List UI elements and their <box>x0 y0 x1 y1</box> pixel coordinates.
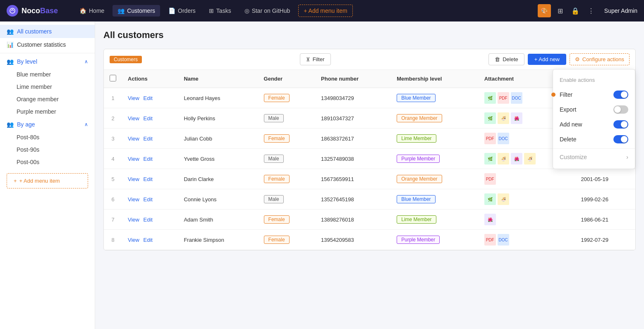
select-all-checkbox[interactable] <box>110 75 116 81</box>
config-customize-chevron: › <box>626 154 628 160</box>
lime-member-label: Lime member <box>17 83 52 90</box>
col-actions: Actions <box>122 70 178 88</box>
view-link[interactable]: View <box>128 95 139 101</box>
row-phone: 13954209583 <box>315 230 391 250</box>
nav-add-menu[interactable]: + Add menu item <box>298 5 352 17</box>
edit-link[interactable]: Edit <box>144 156 153 162</box>
row-actions: View Edit <box>122 210 178 230</box>
edit-link[interactable]: Edit <box>144 237 153 243</box>
view-link[interactable]: View <box>128 115 139 122</box>
config-panel-title: Enable actions <box>553 74 635 87</box>
lock-icon[interactable]: 🔒 <box>570 5 581 17</box>
row-name: Holly Perkins <box>178 108 258 129</box>
sidebar-item-all-customers[interactable]: 👥 All customers <box>0 25 95 38</box>
add-menu-plus-icon: + <box>14 178 17 184</box>
add-new-button[interactable]: + Add new <box>528 54 566 65</box>
nav-right-actions: 🎨 ⊞ 🔒 ⋮ Super Admin <box>538 4 637 17</box>
delete-toggle[interactable] <box>613 135 628 143</box>
sidebar-item-customer-statistics[interactable]: 📊 Customer statistics <box>0 38 95 51</box>
row-membership: Purple Member <box>391 230 478 250</box>
row-membership: Orange Member <box>391 108 478 129</box>
sidebar-section-by-age[interactable]: 👥 By age ∧ <box>0 118 95 131</box>
nav-customers-label: Customers <box>127 7 155 14</box>
row-number: 3 <box>104 129 122 149</box>
edit-link[interactable]: Edit <box>144 136 153 142</box>
row-gender: Female <box>258 210 316 230</box>
view-link[interactable]: View <box>128 237 139 243</box>
edit-link[interactable]: Edit <box>144 95 153 101</box>
row-actions: View Edit <box>122 169 178 189</box>
row-name: Frankie Simpson <box>178 230 258 250</box>
sidebar-by-age-label: By age <box>17 121 35 128</box>
configure-label: Configure actions <box>582 56 624 62</box>
orders-icon: 📄 <box>168 7 175 14</box>
grid-icon[interactable]: ⊞ <box>556 5 565 17</box>
row-name: Connie Lyons <box>178 189 258 210</box>
view-link[interactable]: View <box>128 196 139 203</box>
nav-home[interactable]: 🏠 Home <box>74 5 109 17</box>
edit-link[interactable]: Edit <box>144 196 153 203</box>
delete-button[interactable]: 🗑 Delete <box>488 53 524 65</box>
row-number: 7 <box>104 210 122 230</box>
sidebar-add-menu[interactable]: + + Add menu item <box>7 173 88 188</box>
row-number: 6 <box>104 189 122 210</box>
row-attachment: PDFDOC <box>479 230 575 250</box>
nav-orders[interactable]: 📄 Orders <box>163 5 201 17</box>
nav-tasks-label: Tasks <box>216 7 231 14</box>
row-membership: Lime Member <box>391 129 478 149</box>
addnew-toggle[interactable] <box>613 120 628 129</box>
nav-customers[interactable]: 👥 Customers <box>113 5 160 17</box>
row-attachment: 🌿🍜 <box>479 189 575 210</box>
paint-icon[interactable]: 🎨 <box>538 4 551 17</box>
config-delete-label: Delete <box>560 136 610 143</box>
export-toggle[interactable] <box>613 105 628 114</box>
sidebar-item-post80s[interactable]: Post-80s <box>0 131 95 143</box>
sidebar-item-blue-member[interactable]: Blue member <box>0 68 95 81</box>
configure-actions-button[interactable]: ⚙ Configure actions <box>570 53 630 65</box>
filter-label: Filter <box>313 56 325 62</box>
col-name: Name <box>178 70 258 88</box>
more-icon[interactable]: ⋮ <box>586 5 596 17</box>
row-gender: Female <box>258 169 316 189</box>
sidebar-item-post00s[interactable]: Post-00s <box>0 156 95 168</box>
view-link[interactable]: View <box>128 156 139 162</box>
row-birthday: 1999-02-26 <box>575 189 635 210</box>
config-customize-label: Customize <box>560 154 587 160</box>
view-link[interactable]: View <box>128 136 139 142</box>
row-actions: View Edit <box>122 88 178 108</box>
col-membership: Membership level <box>391 70 478 88</box>
nav-github[interactable]: ◎ Star on GitHub <box>239 5 295 17</box>
configure-panel: Enable actions Filter Export Add new Del… <box>553 69 635 169</box>
sidebar-item-orange-member[interactable]: Orange member <box>0 93 95 105</box>
view-link[interactable]: View <box>128 176 139 182</box>
config-customize-row[interactable]: Customize › <box>553 150 635 164</box>
filter-button[interactable]: ⊻ Filter <box>300 53 331 65</box>
sidebar-section-by-level[interactable]: 👥 By level ∧ <box>0 55 95 68</box>
col-gender: Gender <box>258 70 316 88</box>
config-export-row: Export <box>553 102 635 117</box>
edit-link[interactable]: Edit <box>144 115 153 122</box>
sidebar-item-post90s[interactable]: Post-90s <box>0 143 95 156</box>
delete-label: Delete <box>503 56 518 62</box>
by-age-chevron: ∧ <box>84 122 88 127</box>
row-gender: Male <box>258 108 316 129</box>
row-phone: 13257489038 <box>315 149 391 169</box>
sidebar-item-lime-member[interactable]: Lime member <box>0 81 95 93</box>
nav-tasks[interactable]: ⊞ Tasks <box>204 5 236 17</box>
row-phone: 15673659911 <box>315 169 391 189</box>
config-addnew-row: Add new <box>553 117 635 132</box>
sidebar: 👥 All customers 📊 Customer statistics 👥 … <box>0 21 95 329</box>
add-new-label: + Add new <box>534 56 560 62</box>
config-delete-row: Delete <box>553 132 635 147</box>
row-number: 2 <box>104 108 122 129</box>
col-checkbox <box>104 70 122 88</box>
post90s-label: Post-90s <box>17 146 39 153</box>
edit-link[interactable]: Edit <box>144 176 153 182</box>
app-logo[interactable]: NocoBase <box>7 5 65 17</box>
row-phone: 13498034729 <box>315 88 391 108</box>
orange-member-label: Orange member <box>17 96 59 103</box>
edit-link[interactable]: Edit <box>144 217 153 223</box>
sidebar-item-purple-member[interactable]: Purple member <box>0 105 95 118</box>
filter-toggle[interactable] <box>613 91 628 99</box>
view-link[interactable]: View <box>128 217 139 223</box>
